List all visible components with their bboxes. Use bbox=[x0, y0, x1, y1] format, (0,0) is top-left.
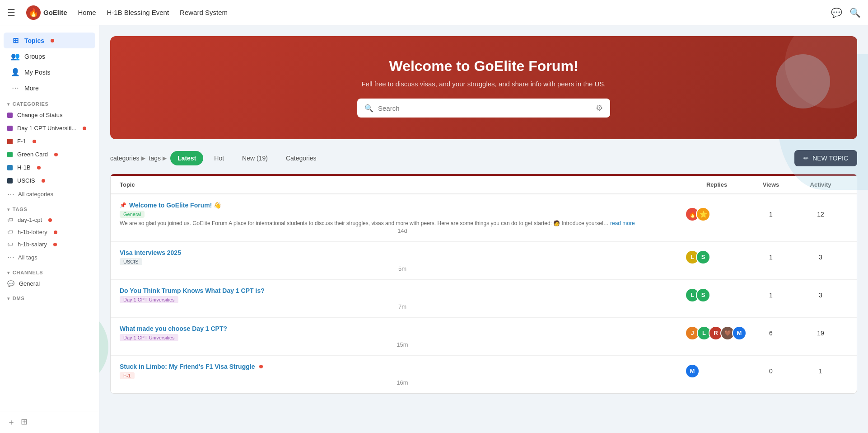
avatar-2-2: S bbox=[696, 250, 710, 264]
topics-icon: ⊞ bbox=[11, 36, 20, 45]
hero-banner: Welcome to GoElite Forum! Fell free to d… bbox=[110, 36, 857, 139]
nav-home[interactable]: Home bbox=[78, 9, 96, 16]
topic-title-3[interactable]: Do You Think Trump Knows What Day 1 CPT … bbox=[120, 287, 685, 294]
sidebar: ⊞ Topics 👥 Groups 👤 My Posts ⋯ More ▾ CA… bbox=[0, 25, 99, 433]
tags-breadcrumb-label: tags bbox=[149, 155, 161, 162]
topnav-links: Home H-1B Blessing Event Reward System bbox=[78, 9, 820, 16]
tags-section-header: ▾ TAGS bbox=[0, 201, 99, 214]
sidebar-channel-general[interactable]: 💬 General bbox=[0, 277, 99, 290]
topic-title-4[interactable]: What made you choose Day 1 CPT? bbox=[120, 325, 685, 332]
new-topic-icon: ✏ bbox=[803, 155, 809, 162]
new-topic-button[interactable]: ✏ NEW TOPIC bbox=[794, 150, 857, 166]
activity-1: 14d bbox=[120, 227, 685, 234]
svg-text:🔥: 🔥 bbox=[28, 8, 39, 18]
search-icon[interactable]: 🔍 bbox=[849, 7, 861, 18]
sidebar-category-green-card[interactable]: Green Card bbox=[0, 148, 99, 161]
hero-search-input[interactable] bbox=[378, 104, 591, 112]
tab-new[interactable]: New (19) bbox=[235, 151, 275, 165]
topic-title-text-2: Visa interviews 2025 bbox=[120, 249, 181, 256]
sidebar-item-my-posts[interactable]: 👤 My Posts bbox=[4, 64, 95, 80]
topic-title-text-1: Welcome to GoElite Forum! 👋 bbox=[129, 202, 221, 209]
uscis-dot bbox=[7, 178, 13, 184]
all-categories-link[interactable]: ⋯ All categories bbox=[0, 187, 99, 201]
expand-icon[interactable]: ⊞ bbox=[21, 417, 28, 428]
tags-chevron[interactable]: ▾ bbox=[7, 207, 10, 212]
topic-cat-4[interactable]: Day 1 CPT Universities bbox=[120, 334, 178, 341]
tab-hot[interactable]: Hot bbox=[207, 151, 231, 165]
tag-icon-day1cpt: 🏷 bbox=[7, 216, 13, 223]
dms-section-label: DMS bbox=[13, 296, 25, 301]
change-of-status-dot bbox=[7, 113, 13, 118]
hero-subtitle: Fell free to discuss visas, and your str… bbox=[121, 80, 846, 88]
f1-dot bbox=[7, 139, 13, 144]
green-card-dot bbox=[7, 152, 13, 157]
read-more-1[interactable]: read more bbox=[610, 220, 635, 226]
hero-title: Welcome to GoElite Forum! bbox=[121, 58, 846, 75]
table-header: Topic Replies Views Activity bbox=[111, 176, 857, 194]
topic-title-text-3: Do You Think Trump Knows What Day 1 CPT … bbox=[120, 287, 265, 294]
day1cpt-dot bbox=[7, 126, 13, 131]
sidebar-category-change-of-status[interactable]: Change of Status bbox=[0, 108, 99, 122]
col-topic-header: Topic bbox=[120, 181, 685, 188]
topic-title-1[interactable]: 📌 Welcome to GoElite Forum! 👋 bbox=[120, 202, 685, 209]
all-tags-link[interactable]: ⋯ All tags bbox=[0, 250, 99, 264]
logo[interactable]: 🔥 GoElite bbox=[26, 5, 67, 20]
topic-cat-2[interactable]: USCIS bbox=[120, 258, 142, 265]
hero-search: 🔍 ⚙ bbox=[357, 99, 610, 118]
general-channel-label: General bbox=[19, 280, 40, 287]
categories-section-header: ▾ CATEGORIES bbox=[0, 96, 99, 108]
sidebar-category-day1cpt[interactable]: Day 1 CPT Universiti... bbox=[0, 122, 99, 135]
topic-title-2[interactable]: Visa interviews 2025 bbox=[120, 249, 685, 256]
sidebar-item-topics[interactable]: ⊞ Topics bbox=[4, 33, 95, 48]
change-of-status-label: Change of Status bbox=[17, 112, 62, 118]
chat-icon[interactable]: 💬 bbox=[831, 7, 842, 18]
sidebar-category-uscis[interactable]: USCIS bbox=[0, 174, 99, 187]
channels-chevron[interactable]: ▾ bbox=[7, 270, 10, 275]
tag-h1b-salary-label: h-1b-salary bbox=[18, 241, 47, 248]
sidebar-category-h1b[interactable]: H-1B bbox=[0, 161, 99, 174]
topic-title-5[interactable]: Stuck in Limbo: My Friend's F1 Visa Stru… bbox=[120, 363, 685, 370]
topnav-actions: 💬 🔍 bbox=[831, 7, 861, 18]
green-card-label: Green Card bbox=[17, 151, 48, 158]
categories-chevron[interactable]: ▾ bbox=[7, 102, 10, 107]
sidebar-bottom: ＋ ⊞ bbox=[0, 411, 99, 433]
tags-arrow: ▶ bbox=[163, 155, 167, 161]
tag-day1cpt-label: day-1-cpt bbox=[18, 216, 42, 223]
topic-cell-1: 📌 Welcome to GoElite Forum! 👋 General We… bbox=[120, 202, 685, 227]
tab-latest[interactable]: Latest bbox=[170, 151, 203, 165]
sidebar-tag-day1cpt[interactable]: 🏷 day-1-cpt bbox=[0, 214, 99, 226]
sidebar-item-groups[interactable]: 👥 Groups bbox=[4, 48, 95, 64]
topic-title-text-4: What made you choose Day 1 CPT? bbox=[120, 325, 227, 332]
logo-text: GoElite bbox=[43, 9, 67, 16]
all-categories-icon: ⋯ bbox=[7, 190, 14, 198]
sidebar-item-more[interactable]: ⋯ More bbox=[4, 80, 95, 96]
f1-label: F-1 bbox=[17, 138, 26, 145]
more-label: More bbox=[24, 85, 39, 92]
add-icon[interactable]: ＋ bbox=[7, 417, 15, 428]
all-categories-label: All categories bbox=[18, 191, 53, 198]
avatar-1-2: ⭐ bbox=[696, 207, 710, 221]
topic-cat-1[interactable]: General bbox=[120, 211, 145, 218]
topic-excerpt-1: We are so glad you joined us. GoElite Fo… bbox=[120, 220, 685, 227]
tag-icon-h1b-lottery: 🏷 bbox=[7, 229, 13, 235]
tags-breadcrumb[interactable]: tags ▶ bbox=[149, 155, 167, 162]
categories-breadcrumb[interactable]: categories ▶ bbox=[110, 155, 145, 162]
hamburger-icon[interactable]: ☰ bbox=[7, 7, 15, 18]
h1b-label: H-1B bbox=[17, 164, 31, 171]
sidebar-category-f1[interactable]: F-1 bbox=[0, 135, 99, 148]
tab-categories[interactable]: Categories bbox=[279, 151, 324, 165]
topic-cat-5[interactable]: F-1 bbox=[120, 372, 135, 379]
general-channel-icon: 💬 bbox=[7, 280, 14, 287]
replies-5: 0 bbox=[748, 367, 793, 375]
categories-arrow: ▶ bbox=[141, 155, 145, 161]
nav-h1b[interactable]: H-1B Blessing Event bbox=[107, 9, 169, 16]
hero-search-icon: 🔍 bbox=[364, 104, 373, 113]
avatars-5: M bbox=[685, 364, 748, 378]
topic-cat-3[interactable]: Day 1 CPT Universities bbox=[120, 296, 178, 303]
my-posts-icon: 👤 bbox=[11, 68, 20, 76]
sidebar-tag-h1b-salary[interactable]: 🏷 h-1b-salary bbox=[0, 238, 99, 250]
hero-search-filter-icon[interactable]: ⚙ bbox=[596, 103, 603, 113]
nav-reward[interactable]: Reward System bbox=[180, 9, 228, 16]
sidebar-tag-h1b-lottery[interactable]: 🏷 h-1b-lottery bbox=[0, 226, 99, 238]
dms-chevron[interactable]: ▾ bbox=[7, 296, 10, 301]
